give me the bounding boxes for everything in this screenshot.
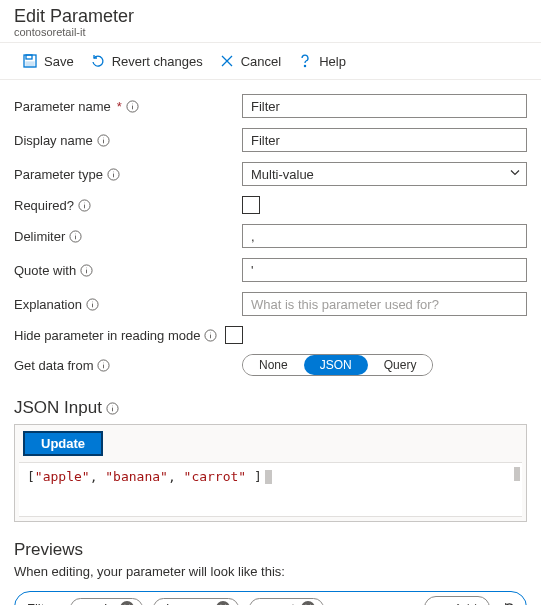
delimiter-input[interactable] xyxy=(242,224,527,248)
info-icon[interactable] xyxy=(126,100,139,113)
parameter-name-input[interactable] xyxy=(242,94,527,118)
info-icon[interactable] xyxy=(97,134,110,147)
get-data-label: Get data from xyxy=(14,358,93,373)
quote-with-input[interactable] xyxy=(242,258,527,282)
preview-filter-bar: Filter: apple ✕ banana ✕ carrot ✕ ＋ Add xyxy=(14,591,527,605)
get-data-segmented: None JSON Query xyxy=(242,354,433,376)
help-icon xyxy=(297,53,313,69)
json-code-editor[interactable]: ["apple", "banana", "carrot" ] xyxy=(19,462,522,517)
info-icon[interactable] xyxy=(69,230,82,243)
save-label: Save xyxy=(44,54,74,69)
info-icon[interactable] xyxy=(106,402,119,415)
preview-filter-label: Filter: xyxy=(23,601,60,606)
seg-query[interactable]: Query xyxy=(368,355,433,375)
undo-icon xyxy=(90,53,106,69)
chip-banana[interactable]: banana ✕ xyxy=(153,598,238,606)
text-cursor xyxy=(265,470,272,484)
close-icon xyxy=(219,53,235,69)
add-chip-button[interactable]: ＋ Add xyxy=(424,596,490,605)
json-input-title: JSON Input xyxy=(0,394,541,424)
toolbar: Save Revert changes Cancel Help xyxy=(0,43,541,80)
cancel-label: Cancel xyxy=(241,54,281,69)
update-button[interactable]: Update xyxy=(23,431,103,456)
scrollbar-thumb[interactable] xyxy=(514,467,520,481)
chip-list: apple ✕ banana ✕ carrot ✕ xyxy=(70,598,414,606)
info-icon[interactable] xyxy=(78,199,91,212)
info-icon[interactable] xyxy=(107,168,120,181)
display-name-label: Display name xyxy=(14,133,93,148)
info-icon[interactable] xyxy=(97,359,110,372)
seg-json[interactable]: JSON xyxy=(304,355,368,375)
revert-button[interactable]: Revert changes xyxy=(90,53,203,69)
help-label: Help xyxy=(319,54,346,69)
json-input-panel: Update ["apple", "banana", "carrot" ] xyxy=(14,424,527,522)
seg-none[interactable]: None xyxy=(243,355,304,375)
chip-carrot[interactable]: carrot ✕ xyxy=(249,598,324,606)
required-asterisk: * xyxy=(117,99,122,114)
chip-remove-icon[interactable]: ✕ xyxy=(301,601,315,605)
preview-revert-button[interactable] xyxy=(500,599,518,605)
explanation-label: Explanation xyxy=(14,297,82,312)
parameter-form: Parameter name * Display name Parameter … xyxy=(0,80,541,394)
page-title: Edit Parameter xyxy=(14,6,529,27)
chip-apple[interactable]: apple ✕ xyxy=(70,598,144,606)
hide-reading-checkbox[interactable] xyxy=(225,326,243,344)
svg-point-3 xyxy=(305,65,306,66)
context-subtitle: contosoretail-it xyxy=(14,26,529,38)
save-button[interactable]: Save xyxy=(22,53,74,69)
plus-icon: ＋ xyxy=(437,599,450,605)
chip-remove-icon[interactable]: ✕ xyxy=(120,601,134,605)
parameter-name-label: Parameter name xyxy=(14,99,111,114)
info-icon[interactable] xyxy=(80,264,93,277)
explanation-input[interactable] xyxy=(242,292,527,316)
info-icon[interactable] xyxy=(204,329,217,342)
header: Edit Parameter contosoretail-it xyxy=(0,0,541,43)
hide-reading-label: Hide parameter in reading mode xyxy=(14,328,200,343)
parameter-type-select[interactable] xyxy=(242,162,527,186)
parameter-type-label: Parameter type xyxy=(14,167,103,182)
info-icon[interactable] xyxy=(86,298,99,311)
previews-title: Previews xyxy=(0,534,541,564)
quote-with-label: Quote with xyxy=(14,263,76,278)
previews-subtitle: When editing, your parameter will look l… xyxy=(0,564,541,591)
revert-label: Revert changes xyxy=(112,54,203,69)
save-icon xyxy=(22,53,38,69)
help-button[interactable]: Help xyxy=(297,53,346,69)
chip-remove-icon[interactable]: ✕ xyxy=(216,601,230,605)
svg-rect-1 xyxy=(26,55,32,59)
required-checkbox[interactable] xyxy=(242,196,260,214)
display-name-input[interactable] xyxy=(242,128,527,152)
delimiter-label: Delimiter xyxy=(14,229,65,244)
svg-rect-2 xyxy=(26,62,34,67)
cancel-button[interactable]: Cancel xyxy=(219,53,281,69)
required-label: Required? xyxy=(14,198,74,213)
